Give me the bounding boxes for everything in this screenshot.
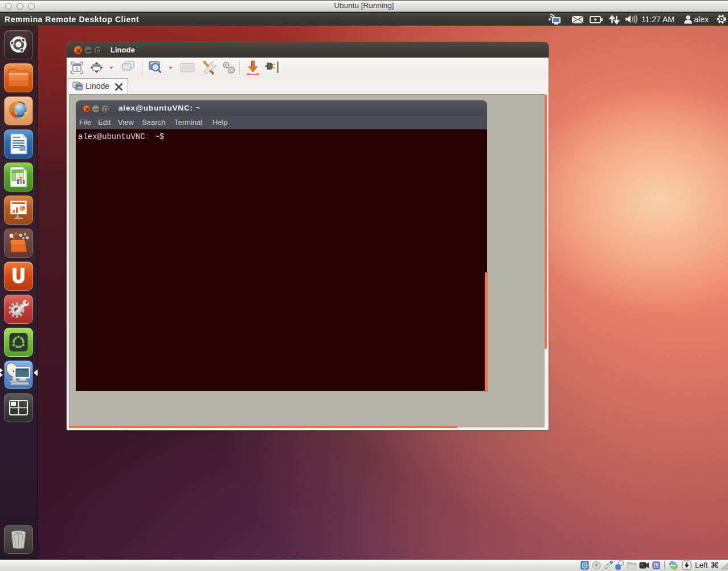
svg-text:Left: Left	[695, 561, 708, 569]
svg-text:U: U	[655, 564, 657, 568]
svg-text:⌘: ⌘	[710, 560, 719, 570]
svg-text:1: 1	[76, 66, 79, 71]
